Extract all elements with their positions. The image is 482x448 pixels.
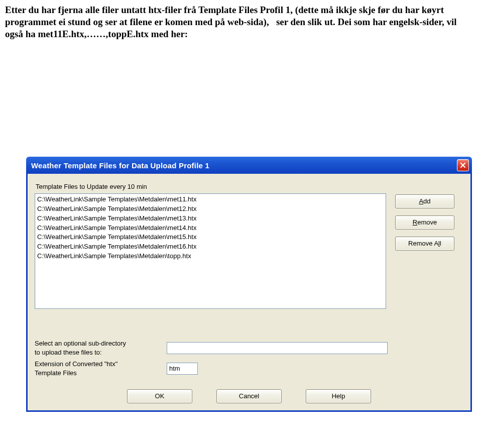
help-button[interactable]: Help bbox=[306, 389, 371, 403]
ok-button[interactable]: OK bbox=[127, 389, 192, 403]
remove-all-button[interactable]: Remove All bbox=[395, 237, 454, 251]
list-item[interactable]: C:\WeatherLink\Sample Templates\Metdalen… bbox=[37, 252, 384, 261]
close-button[interactable] bbox=[457, 159, 469, 171]
list-item[interactable]: C:\WeatherLink\Sample Templates\Metdalen… bbox=[37, 195, 384, 204]
subdir-label: Select an optional sub-directory to uplo… bbox=[35, 339, 163, 357]
instruction-paragraph: Etter du har fjerna alle filer untatt ht… bbox=[0, 0, 482, 40]
list-item[interactable]: C:\WeatherLink\Sample Templates\Metdalen… bbox=[37, 242, 384, 252]
close-icon bbox=[460, 162, 466, 168]
list-item[interactable]: C:\WeatherLink\Sample Templates\Metdalen… bbox=[37, 204, 384, 214]
list-item[interactable]: C:\WeatherLink\Sample Templates\Metdalen… bbox=[37, 233, 384, 242]
list-item[interactable]: C:\WeatherLink\Sample Templates\Metdalen… bbox=[37, 223, 384, 233]
extension-label: Extension of Converted "htx" Template Fi… bbox=[35, 360, 163, 377]
extension-input[interactable] bbox=[167, 363, 198, 375]
remove-button[interactable]: Remove bbox=[395, 215, 454, 230]
list-item[interactable]: C:\WeatherLink\Sample Templates\Metdalen… bbox=[37, 214, 384, 223]
dialog-window: Weather Template Files for Data Upload P… bbox=[26, 157, 472, 412]
add-button[interactable]: Add bbox=[395, 194, 454, 208]
titlebar[interactable]: Weather Template Files for Data Upload P… bbox=[26, 157, 472, 174]
template-file-listbox[interactable]: C:\WeatherLink\Sample Templates\Metdalen… bbox=[35, 193, 386, 309]
section-label: Template Files to Update every 10 min bbox=[36, 183, 463, 190]
dialog-body: Template Files to Update every 10 min C:… bbox=[26, 174, 472, 412]
bottom-button-row: OK Cancel Help bbox=[35, 389, 463, 403]
cancel-button[interactable]: Cancel bbox=[216, 389, 282, 403]
side-button-column: Add Remove Remove All bbox=[395, 193, 454, 251]
subdir-input[interactable] bbox=[167, 342, 388, 354]
window-title: Weather Template Files for Data Upload P… bbox=[31, 161, 209, 170]
